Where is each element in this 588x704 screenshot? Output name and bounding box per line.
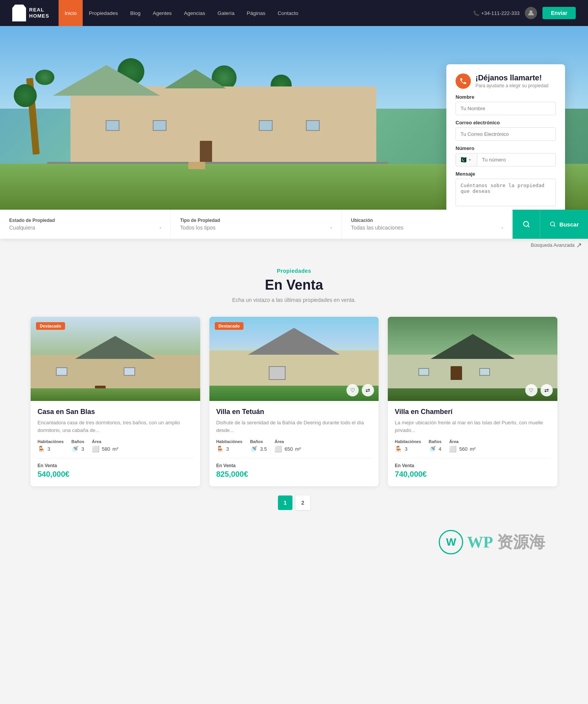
advanced-search-link[interactable]: Búsqueda Avanzada ↗ xyxy=(531,241,582,249)
property-overlay-icons-3: ♡ ⇄ xyxy=(525,384,553,396)
contact-card-header: ¡Déjanos llamarte! Para ayudarte a elegi… xyxy=(456,73,556,89)
form-group-email: Correo electrónico xyxy=(456,120,556,141)
prop-divider-2 xyxy=(216,458,372,458)
nav-item-blog[interactable]: Blog xyxy=(124,0,147,26)
nav-item-paginas[interactable]: Páginas xyxy=(240,0,271,26)
property-body-2: Villa en Tetuán Disfrute de la serenidad… xyxy=(209,401,379,486)
area-label-1: Área xyxy=(92,439,118,444)
section-label: Propiedades xyxy=(31,268,557,274)
phone-flag-select[interactable]: 🇵🇰 ▼ xyxy=(456,153,477,166)
property-favorite-icon-3[interactable]: ♡ xyxy=(525,384,537,396)
logo[interactable]: REAL HOMES xyxy=(12,5,49,21)
wp-letter: W xyxy=(446,536,456,548)
rooms-icon-1: 🪑 xyxy=(38,445,45,453)
property-image-wrap-3: ♡ ⇄ xyxy=(388,317,557,401)
prop-stat-rooms-1: Habitaciónes 🪑 3 xyxy=(38,439,64,453)
search-status-text: Cualquiera xyxy=(9,225,35,231)
nav-item-galeria[interactable]: Galería xyxy=(211,0,240,26)
area-value-1: ⬜ 580 m² xyxy=(92,445,118,453)
prop-price-2: 825,000€ xyxy=(216,470,372,479)
rooms-value-1: 🪑 3 xyxy=(38,445,64,453)
nav-phone: 📞 +34-111-222-333 xyxy=(473,10,519,16)
property-compare-icon-2[interactable]: ⇄ xyxy=(362,384,374,396)
page-button-2[interactable]: 2 xyxy=(296,495,310,510)
user-avatar[interactable] xyxy=(525,7,537,19)
baths-label-2: Baños xyxy=(250,439,267,444)
message-label: Mensaje xyxy=(456,171,556,177)
phone-label: Número xyxy=(456,145,556,151)
search-field-type[interactable]: Tipo de Propiedad Todos los tipos - xyxy=(171,210,341,239)
nav-item-agentes[interactable]: Agentes xyxy=(147,0,178,26)
property-desc-1: Encantadora casa de tres dormitorios, tr… xyxy=(38,419,193,434)
property-favorite-icon-2[interactable]: ♡ xyxy=(346,384,359,396)
property-stats-1: Habitaciónes 🪑 3 Baños 🚿 3 xyxy=(38,439,193,453)
phone-icon-circle xyxy=(456,73,471,89)
property-badge-1: Destacado xyxy=(36,322,65,330)
search-bar-container: Estado de Propiedad Cualquiera - Tipo de… xyxy=(0,210,588,249)
nav-item-agencias[interactable]: Agencias xyxy=(178,0,212,26)
search-location-value[interactable]: Todas las ubicaciones - xyxy=(351,225,503,231)
nav-send-button[interactable]: Enviar xyxy=(542,7,576,19)
properties-grid: Destacado Casa en San Blas Encantadora c… xyxy=(31,317,557,486)
baths-value-1: 🚿 3 xyxy=(71,445,84,453)
property-body-1: Casa en San Blas Encantadora casa de tre… xyxy=(31,401,200,486)
search-icon-button[interactable] xyxy=(513,210,540,239)
name-input[interactable] xyxy=(456,102,556,115)
email-input[interactable] xyxy=(456,127,556,141)
search-text-button[interactable]: Buscar xyxy=(540,210,588,239)
search-field-location[interactable]: Ubicación Todas las ubicaciones - xyxy=(342,210,513,239)
area-icon-3: ⬜ xyxy=(449,445,457,453)
advanced-search-row: Búsqueda Avanzada ↗ xyxy=(0,239,588,249)
property-image-wrap-2: Destacado ♡ ⇄ xyxy=(209,317,379,401)
search-field-status[interactable]: Estado de Propiedad Cualquiera - xyxy=(0,210,171,239)
area-label-2: Área xyxy=(274,439,301,444)
prop-price-3: 740,000€ xyxy=(395,470,550,479)
search-type-arrow: - xyxy=(330,225,332,231)
prop-stat-baths-3: Baños 🚿 4 xyxy=(429,439,442,453)
baths-label-3: Baños xyxy=(429,439,442,444)
search-status-arrow: - xyxy=(160,225,162,231)
logo-text: REAL HOMES xyxy=(29,7,49,19)
rooms-label-1: Habitaciónes xyxy=(38,439,64,444)
property-title-3: Villa en Chamberí xyxy=(395,408,550,416)
prop-status-3: En Venta xyxy=(395,463,550,468)
prop-stat-rooms-3: Habitaciónes 🪑 3 xyxy=(395,439,421,453)
prop-divider-1 xyxy=(38,458,193,458)
prop-status-1: En Venta xyxy=(38,463,193,468)
form-group-name: Nombre xyxy=(456,94,556,115)
prop-stat-baths-1: Baños 🚿 3 xyxy=(71,439,84,453)
watermark-sub-text: 资源海 xyxy=(497,531,545,553)
search-type-text: Todos los tipos xyxy=(180,225,216,231)
nav-item-contacto[interactable]: Contacto xyxy=(271,0,304,26)
nav-item-propiedades[interactable]: Propiedades xyxy=(83,0,124,26)
search-status-value[interactable]: Cualquiera - xyxy=(9,225,161,231)
phone-icon: 📞 xyxy=(473,10,479,16)
page-button-1[interactable]: 1 xyxy=(278,495,292,510)
phone-input[interactable] xyxy=(477,153,556,166)
phone-input-wrap: 🇵🇰 ▼ xyxy=(456,153,556,166)
property-stats-3: Habitaciónes 🪑 3 Baños 🚿 4 xyxy=(395,439,550,453)
form-group-message: Mensaje xyxy=(456,171,556,208)
search-button-label: Buscar xyxy=(559,221,579,228)
property-title-1: Casa en San Blas xyxy=(38,408,193,416)
wp-logo-circle: W xyxy=(439,530,463,554)
property-compare-icon-3[interactable]: ⇄ xyxy=(541,384,553,396)
property-card-1: Destacado Casa en San Blas Encantadora c… xyxy=(31,317,200,486)
property-overlay-icons-2: ♡ ⇄ xyxy=(346,384,374,396)
nav-right: 📞 +34-111-222-333 Enviar xyxy=(473,7,576,19)
search-location-arrow: - xyxy=(501,225,503,231)
nav-item-inicio[interactable]: Inicio xyxy=(59,0,83,26)
area-label-3: Área xyxy=(449,439,475,444)
rooms-value-3: 🪑 3 xyxy=(395,445,421,453)
rooms-label-2: Habitaciónes xyxy=(216,439,242,444)
prop-stat-area-2: Área ⬜ 650 m² xyxy=(274,439,301,453)
logo-icon xyxy=(12,5,26,21)
email-label: Correo electrónico xyxy=(456,120,556,125)
flag-emoji: 🇵🇰 xyxy=(459,156,467,163)
search-type-value[interactable]: Todos los tipos - xyxy=(180,225,332,231)
baths-value-2: 🚿 3.5 xyxy=(250,445,267,453)
contact-subtitle: Para ayudarte a elegir su propiedad xyxy=(475,83,549,88)
hero-section: ¡Déjanos llamarte! Para ayudarte a elegi… xyxy=(0,26,588,210)
property-desc-2: Disfrute de la serenidad de la Bahía de … xyxy=(216,419,372,434)
message-input[interactable] xyxy=(456,179,556,206)
